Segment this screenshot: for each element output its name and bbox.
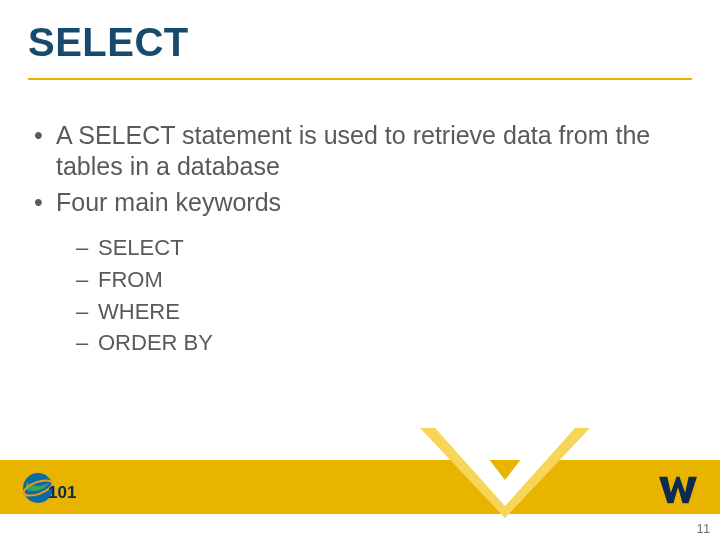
bullet-item: Four main keywords SELECT FROM WHERE ORD… [32, 187, 680, 360]
globe-101-logo-icon: 101 [22, 468, 76, 508]
slide-title: SELECT [28, 20, 189, 65]
svg-text:101: 101 [48, 483, 76, 502]
sub-bullet-item: FROM [76, 264, 680, 296]
slide: SELECT A SELECT statement is used to ret… [0, 0, 720, 540]
sub-bullet-item: SELECT [76, 232, 680, 264]
sub-bullet-item: WHERE [76, 296, 680, 328]
footer-gold-band [0, 460, 720, 514]
bullet-text: Four main keywords [56, 188, 281, 216]
sub-bullet-item: ORDER BY [76, 327, 680, 359]
wv-flying-logo-icon [656, 472, 700, 508]
page-number: 11 [697, 522, 710, 536]
slide-content: A SELECT statement is used to retrieve d… [32, 120, 680, 363]
bullet-list: A SELECT statement is used to retrieve d… [32, 120, 680, 359]
bullet-item: A SELECT statement is used to retrieve d… [32, 120, 680, 183]
sub-bullet-list: SELECT FROM WHERE ORDER BY [76, 232, 680, 360]
title-underline [28, 78, 692, 80]
